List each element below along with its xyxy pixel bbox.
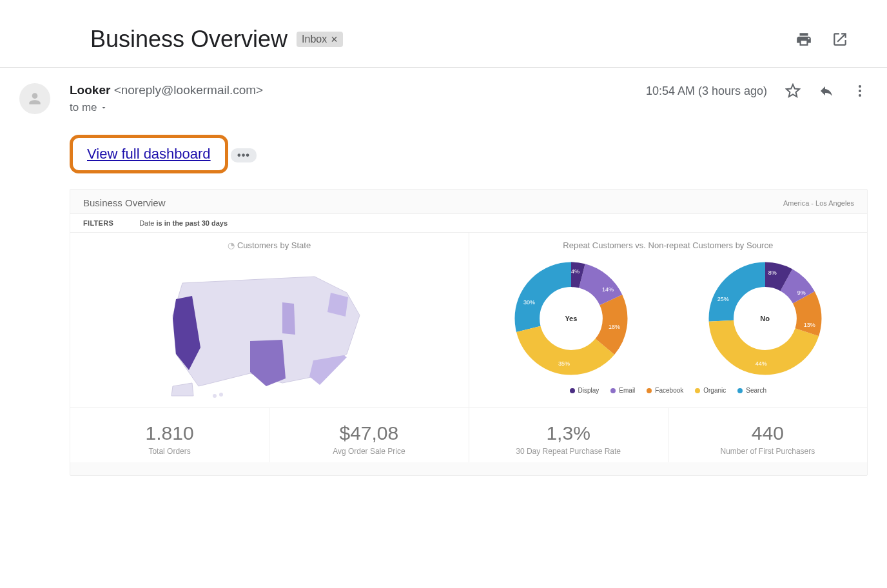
donut-legend: Display Email Facebook Organic Search xyxy=(474,383,863,394)
to-line[interactable]: to me xyxy=(70,101,263,114)
donut-yes-org-pct: 35% xyxy=(558,360,570,367)
avatar xyxy=(19,83,50,114)
svg-point-0 xyxy=(859,85,861,88)
metric-repeat-rate: 1,3% 30 Day Repeat Purchase Rate xyxy=(469,408,668,462)
filters-label: FILTERS xyxy=(83,219,113,227)
star-icon[interactable] xyxy=(785,83,801,99)
sender-name: Looker xyxy=(70,83,110,97)
inbox-chip-label: Inbox xyxy=(302,34,327,45)
filter-text: Date is in the past 30 days xyxy=(139,219,228,227)
show-trimmed-button[interactable]: ••• xyxy=(231,148,257,162)
ellipsis-icon: ••• xyxy=(237,150,250,161)
metric-val: 440 xyxy=(671,422,864,444)
legend-organic: Organic xyxy=(703,387,726,394)
legend-facebook: Facebook xyxy=(655,387,683,394)
open-in-new-icon[interactable] xyxy=(832,31,848,48)
panel-customers-by-state: ◔ Customers by State xyxy=(70,233,469,407)
donut-yes: Yes 4% 14% 18% 35% 30% xyxy=(513,260,629,377)
dashboard-timezone: America - Los Angeles xyxy=(783,199,854,207)
inbox-chip[interactable]: Inbox × xyxy=(297,32,343,47)
donut-no-search-pct: 25% xyxy=(717,296,729,302)
donut-no-org-pct: 44% xyxy=(755,360,767,367)
view-dashboard-link[interactable]: View full dashboard xyxy=(87,146,211,162)
metric-val: $47,08 xyxy=(272,422,465,444)
donut-no-center: No xyxy=(707,260,823,377)
svg-point-4 xyxy=(219,393,223,397)
svg-point-2 xyxy=(859,94,861,97)
svg-point-1 xyxy=(859,90,861,92)
metric-lbl: Number of First Purchasers xyxy=(671,447,864,456)
donut-panel-title: Repeat Customers vs. Non-repeat Customer… xyxy=(474,240,863,250)
sender-email: <noreply@lookermail.com> xyxy=(114,83,264,97)
email-header: Business Overview Inbox × xyxy=(19,26,868,53)
metric-val: 1,3% xyxy=(472,422,665,444)
metric-val: 1.810 xyxy=(73,422,266,444)
reply-icon[interactable] xyxy=(819,83,834,99)
donut-no-display-pct: 8% xyxy=(768,270,777,276)
state-texas xyxy=(250,340,286,386)
view-dashboard-highlight: View full dashboard xyxy=(70,135,228,173)
metric-lbl: Total Orders xyxy=(73,447,266,456)
legend-display: Display xyxy=(578,387,599,394)
map-panel-title: Customers by State xyxy=(237,240,311,250)
donut-no-email-pct: 9% xyxy=(797,289,806,296)
donut-yes-display-pct: 4% xyxy=(571,268,580,275)
metric-total-orders: 1.810 Total Orders xyxy=(70,408,269,462)
metric-first-purchasers: 440 Number of First Purchasers xyxy=(668,408,867,462)
metrics-row: 1.810 Total Orders $47,08 Avg Order Sale… xyxy=(70,408,867,462)
donut-yes-email-pct: 14% xyxy=(602,286,614,293)
metric-avg-sale: $47,08 Avg Order Sale Price xyxy=(269,408,469,462)
donut-no-fb-pct: 13% xyxy=(804,322,815,328)
legend-search: Search xyxy=(746,387,766,394)
metric-lbl: 30 Day Repeat Purchase Rate xyxy=(472,447,665,456)
more-vert-icon[interactable] xyxy=(852,83,868,99)
donut-yes-fb-pct: 18% xyxy=(609,324,620,330)
donut-no: No 8% 9% 13% 44% 25% xyxy=(707,260,823,377)
svg-point-3 xyxy=(213,394,217,398)
us-map-icon xyxy=(153,257,385,399)
email-subject: Business Overview xyxy=(90,26,288,53)
legend-email: Email xyxy=(619,387,635,394)
person-icon xyxy=(26,90,43,107)
state-illinois xyxy=(282,302,295,335)
print-icon[interactable] xyxy=(795,31,812,48)
close-icon[interactable]: × xyxy=(331,34,338,45)
to-text: to me xyxy=(70,101,97,114)
chevron-down-icon xyxy=(100,104,108,112)
filter-bold: is in the past 30 days xyxy=(156,219,228,227)
message-meta-row: Looker <noreply@lookermail.com> to me 10… xyxy=(0,68,887,114)
donut-yes-center: Yes xyxy=(513,260,629,377)
metric-lbl: Avg Order Sale Price xyxy=(272,447,465,456)
state-alaska xyxy=(171,383,193,396)
filter-prefix: Date xyxy=(139,219,156,227)
panel-repeat-customers: Repeat Customers vs. Non-repeat Customer… xyxy=(469,233,868,407)
sender-line: Looker <noreply@lookermail.com> xyxy=(70,83,263,97)
dashboard-title: Business Overview xyxy=(83,197,166,208)
timestamp: 10:54 AM (3 hours ago) xyxy=(646,84,767,98)
dashboard-embed: Business Overview America - Los Angeles … xyxy=(70,189,868,476)
donut-yes-search-pct: 30% xyxy=(523,299,535,306)
filters-row: FILTERS Date is in the past 30 days xyxy=(70,213,867,233)
